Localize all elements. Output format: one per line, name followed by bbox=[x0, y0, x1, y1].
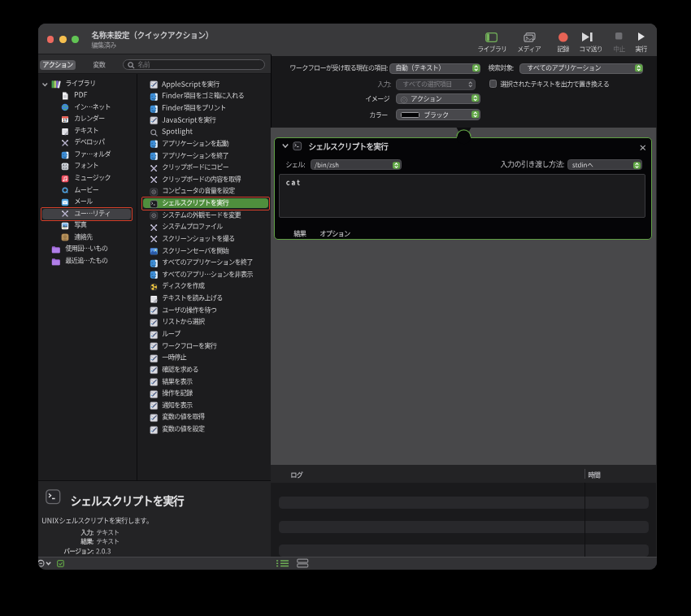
svg-text:17: 17 bbox=[63, 119, 67, 123]
